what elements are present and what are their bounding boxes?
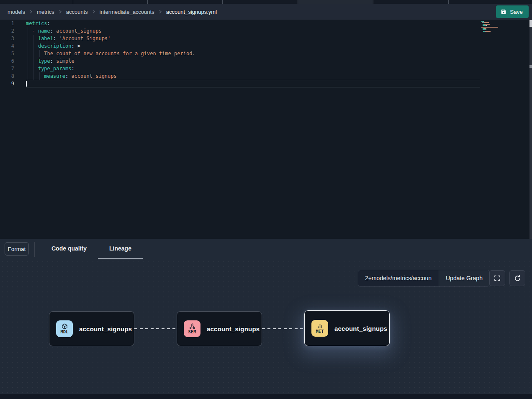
file-tab[interactable]: [0, 0, 73, 4]
fullscreen-icon: [494, 275, 501, 281]
file-tab[interactable]: [73, 0, 148, 4]
panel-footer-strip: [0, 394, 532, 399]
lineage-node-metric-selected[interactable]: MET account_signups: [304, 310, 390, 346]
save-icon: [501, 9, 506, 15]
editor-file-tab-strip: [0, 0, 532, 4]
breadcrumb-item[interactable]: intermediate_accounts: [100, 9, 154, 15]
lineage-filter-group: Update Graph: [358, 270, 490, 286]
indent-guide: [39, 72, 40, 80]
line-number: 5: [0, 50, 14, 57]
line-number: 2: [0, 27, 14, 35]
line-number: 9: [0, 80, 14, 87]
line-number: 8: [0, 72, 14, 80]
update-graph-button[interactable]: Update Graph: [439, 270, 489, 286]
metric-icon: [317, 323, 323, 329]
node-name: account_signups: [79, 325, 132, 332]
file-tab[interactable]: [373, 0, 449, 4]
code-line[interactable]: 8 measure: account_signups: [0, 72, 532, 80]
format-button[interactable]: Format: [5, 242, 29, 256]
node-name: account_signups: [334, 325, 387, 332]
cube-icon: [62, 323, 68, 330]
line-number: 3: [0, 35, 14, 42]
save-button[interactable]: Save: [496, 5, 529, 18]
scrollbar-thumb[interactable]: [529, 20, 532, 27]
scrollbar-marker: [529, 65, 532, 68]
code-line[interactable]: 1metrics:: [0, 20, 532, 27]
app-window: models metrics accounts intermediate_acc…: [0, 0, 532, 399]
indent-guide: [28, 27, 28, 80]
divider: [34, 242, 35, 257]
minimap[interactable]: [481, 21, 507, 34]
file-tab[interactable]: [223, 0, 298, 4]
code-editor[interactable]: 1metrics:2 - name: account_signups3 labe…: [0, 20, 532, 239]
line-number: 7: [0, 65, 14, 72]
refresh-icon: [514, 275, 521, 282]
node-type-label: SEM: [188, 330, 196, 334]
semantic-model-icon: [189, 323, 195, 330]
editor-scrollbar[interactable]: [529, 20, 532, 239]
metric-badge: MET: [311, 320, 328, 337]
save-button-label: Save: [510, 9, 523, 15]
lineage-edge: [134, 328, 177, 329]
breadcrumb-current-file: account_signups.yml: [166, 9, 217, 15]
text-cursor: [26, 81, 27, 87]
code-line[interactable]: 6 type: simple: [0, 57, 532, 65]
code-line[interactable]: 7 type_params:: [0, 65, 532, 72]
breadcrumb-item[interactable]: accounts: [66, 9, 88, 15]
node-name: account_signups: [207, 325, 260, 332]
panel-tabs: Code quality Lineage: [40, 239, 143, 259]
breadcrumb-item[interactable]: models: [8, 9, 25, 15]
chevron-right-icon: [158, 10, 162, 14]
code-line[interactable]: 2 - name: account_signups: [0, 27, 532, 35]
tab-code-quality[interactable]: Code quality: [40, 239, 98, 259]
breadcrumb: models metrics accounts intermediate_acc…: [8, 9, 217, 15]
fullscreen-button[interactable]: [489, 270, 505, 286]
lineage-edge: [262, 328, 304, 329]
file-tab[interactable]: [148, 0, 223, 4]
code-line[interactable]: 3 label: 'Account Signups': [0, 35, 532, 42]
code-line[interactable]: 4 description: >: [0, 42, 532, 50]
tab-lineage[interactable]: Lineage: [98, 239, 143, 259]
file-tab-active[interactable]: [298, 0, 373, 4]
lineage-filter-input[interactable]: [358, 270, 439, 286]
indent-guide: [33, 35, 34, 80]
node-type-label: MDL: [61, 330, 69, 334]
semantic-model-badge: SEM: [184, 320, 200, 337]
file-tab[interactable]: [449, 0, 532, 4]
breadcrumb-bar: models metrics accounts intermediate_acc…: [0, 4, 532, 20]
line-number: 6: [0, 57, 14, 65]
panel-tab-row: Format Code quality Lineage: [0, 239, 532, 259]
node-type-label: MET: [316, 329, 324, 334]
refresh-button[interactable]: [509, 270, 525, 286]
line-number: 1: [0, 20, 14, 27]
model-badge: MDL: [56, 320, 73, 337]
chevron-right-icon: [58, 10, 62, 14]
code-line[interactable]: 5 The count of new accounts for a given …: [0, 50, 532, 57]
lineage-node-semantic-model[interactable]: SEM account_signups: [177, 311, 262, 346]
lineage-node-model[interactable]: MDL account_signups: [49, 311, 134, 346]
line-number: 4: [0, 42, 14, 50]
indent-guide: [39, 50, 40, 57]
code-lines: 1metrics:2 - name: account_signups3 labe…: [0, 20, 532, 87]
breadcrumb-item[interactable]: metrics: [37, 9, 54, 15]
chevron-right-icon: [92, 10, 96, 14]
current-line-highlight: [26, 80, 480, 87]
chevron-right-icon: [29, 10, 33, 14]
